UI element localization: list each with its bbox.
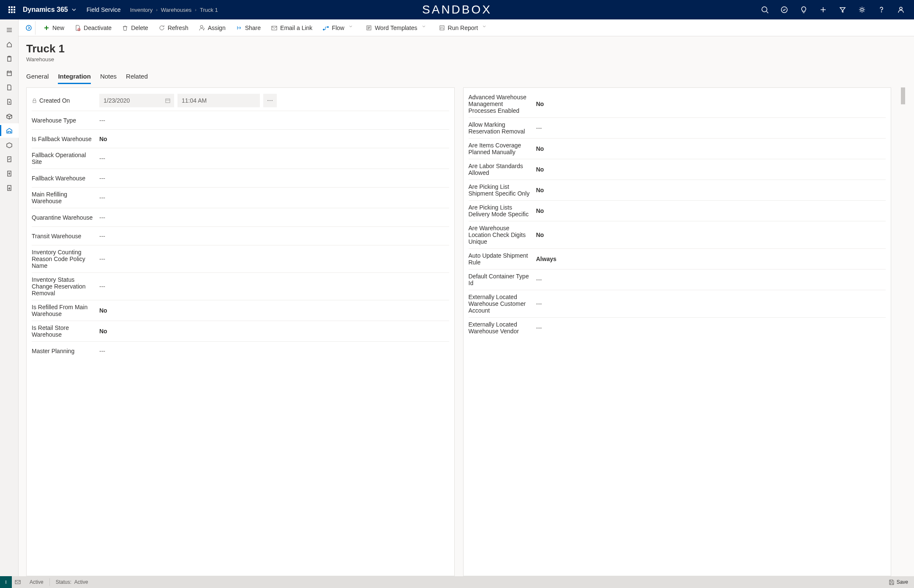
field-row[interactable]: Created On⋯ xyxy=(32,90,449,111)
field-value[interactable]: --- xyxy=(536,300,886,307)
chevron-down-icon xyxy=(482,24,489,31)
email-link-button[interactable]: Email a Link xyxy=(267,21,316,35)
field-row[interactable]: Externally Located Warehouse Customer Ac… xyxy=(469,290,886,318)
form-tabs: General Integration Notes Related xyxy=(26,70,906,83)
clipboard-icon[interactable] xyxy=(0,52,19,66)
word-templates-button[interactable]: Word Templates xyxy=(361,21,433,35)
field-row[interactable]: Transit Warehouse--- xyxy=(32,227,449,245)
field-value[interactable]: --- xyxy=(536,125,886,131)
delete-button[interactable]: Delete xyxy=(117,21,152,35)
field-value[interactable]: No xyxy=(99,328,449,335)
more-icon[interactable]: ⋯ xyxy=(263,94,277,107)
user-icon[interactable] xyxy=(891,0,911,19)
field-row[interactable]: Master Planning--- xyxy=(32,342,449,360)
app-name[interactable]: Dynamics 365 xyxy=(23,6,76,14)
home-icon[interactable] xyxy=(0,37,19,52)
warehouse-icon[interactable] xyxy=(0,123,19,138)
hamburger-icon[interactable] xyxy=(0,23,19,37)
breadcrumb-item[interactable]: Inventory xyxy=(130,7,153,13)
refresh-button[interactable]: Refresh xyxy=(154,21,193,35)
tab-related[interactable]: Related xyxy=(126,70,148,83)
lightbulb-icon[interactable] xyxy=(794,0,813,19)
field-row[interactable]: Auto Update Shipment RuleAlways xyxy=(469,249,886,270)
field-label: Are Warehouse Location Check Digits Uniq… xyxy=(469,225,536,245)
help-icon[interactable] xyxy=(872,0,891,19)
field-label: Are Labor Standards Allowed xyxy=(469,163,536,176)
field-value[interactable]: --- xyxy=(536,324,886,331)
field-row[interactable]: Are Labor Standards AllowedNo xyxy=(469,159,886,180)
field-row[interactable]: Is Retail Store WarehouseNo xyxy=(32,321,449,342)
module-name[interactable]: Field Service xyxy=(87,6,121,13)
document-arrow-icon[interactable] xyxy=(0,95,19,109)
field-value[interactable]: --- xyxy=(99,283,449,290)
field-row[interactable]: Default Container Type Id--- xyxy=(469,270,886,290)
field-value[interactable]: --- xyxy=(99,214,449,221)
gear-icon[interactable] xyxy=(852,0,872,19)
field-row[interactable]: Externally Located Warehouse Vendor--- xyxy=(469,318,886,338)
field-row[interactable]: Warehouse Type--- xyxy=(32,111,449,130)
field-row[interactable]: Fallback Warehouse--- xyxy=(32,169,449,188)
field-row[interactable]: Is Refilled From Main WarehouseNo xyxy=(32,300,449,321)
document-icon[interactable] xyxy=(0,80,19,95)
field-value[interactable]: --- xyxy=(99,155,449,162)
field-value[interactable]: No xyxy=(536,145,886,152)
field-row[interactable]: Allow Marking Reservation Removal--- xyxy=(469,118,886,139)
tab-general[interactable]: General xyxy=(26,70,49,83)
field-value[interactable]: --- xyxy=(99,117,449,124)
lock-icon xyxy=(32,98,37,103)
field-value[interactable]: --- xyxy=(536,276,886,283)
field-row[interactable]: Quarantine Warehouse--- xyxy=(32,208,449,227)
share-button[interactable]: Share xyxy=(232,21,265,35)
new-button[interactable]: New xyxy=(39,21,68,35)
package-icon[interactable] xyxy=(0,138,19,152)
filter-icon[interactable] xyxy=(833,0,852,19)
field-row[interactable]: Is Fallback WarehouseNo xyxy=(32,130,449,148)
field-row[interactable]: Are Warehouse Location Check Digits Uniq… xyxy=(469,221,886,249)
left-nav-rail xyxy=(0,19,19,576)
task-icon[interactable] xyxy=(775,0,794,19)
field-row[interactable]: Inventory Counting Reason Code Policy Na… xyxy=(32,245,449,273)
field-row[interactable]: Advanced Warehouse Management Processes … xyxy=(469,90,886,118)
field-value[interactable]: --- xyxy=(99,194,449,201)
field-value[interactable]: No xyxy=(536,207,886,214)
field-row[interactable]: Are Items Coverage Planned ManuallyNo xyxy=(469,139,886,159)
run-report-button[interactable]: Run Report xyxy=(434,21,494,35)
created-on-date-input[interactable] xyxy=(99,94,174,107)
breadcrumb-item[interactable]: Truck 1 xyxy=(200,7,218,13)
field-value[interactable]: --- xyxy=(99,233,449,240)
flow-button[interactable]: Flow xyxy=(318,21,360,35)
field-row[interactable]: Inventory Status Change Reservation Remo… xyxy=(32,273,449,300)
field-value[interactable]: No xyxy=(536,101,886,107)
field-label: Externally Located Warehouse Customer Ac… xyxy=(469,294,536,314)
field-row[interactable]: Are Picking Lists Delivery Mode Specific… xyxy=(469,201,886,221)
field-value[interactable]: No xyxy=(99,136,449,142)
field-row[interactable]: Fallback Operational Site--- xyxy=(32,148,449,169)
collapse-sidebar-button[interactable] xyxy=(22,21,35,35)
doc-in-icon[interactable] xyxy=(0,181,19,195)
add-icon[interactable] xyxy=(813,0,833,19)
field-value[interactable]: No xyxy=(99,307,449,314)
field-value[interactable]: --- xyxy=(99,175,449,182)
field-row[interactable]: Are Picking List Shipment Specific OnlyN… xyxy=(469,180,886,201)
breadcrumb-item[interactable]: Warehouses xyxy=(161,7,192,13)
calendar-icon[interactable] xyxy=(0,66,19,80)
doc-out-icon[interactable] xyxy=(0,166,19,181)
tab-integration[interactable]: Integration xyxy=(58,70,91,83)
assign-button[interactable]: Assign xyxy=(194,21,230,35)
doc-check-icon[interactable] xyxy=(0,152,19,166)
search-icon[interactable] xyxy=(755,0,775,19)
field-value[interactable]: No xyxy=(536,187,886,193)
field-label: Transit Warehouse xyxy=(32,233,99,240)
tab-notes[interactable]: Notes xyxy=(100,70,117,83)
deactivate-button[interactable]: Deactivate xyxy=(70,21,116,35)
field-value[interactable]: Always xyxy=(536,256,886,262)
field-value[interactable]: No xyxy=(536,166,886,173)
field-row[interactable]: Main Refilling Warehouse--- xyxy=(32,188,449,208)
field-value[interactable]: No xyxy=(536,231,886,238)
created-on-time-input[interactable] xyxy=(177,94,260,107)
box-icon[interactable] xyxy=(0,109,19,123)
field-value[interactable]: --- xyxy=(99,348,449,354)
app-launcher-icon[interactable] xyxy=(3,0,20,19)
field-value[interactable]: --- xyxy=(99,256,449,262)
scrollbar[interactable] xyxy=(900,87,906,576)
